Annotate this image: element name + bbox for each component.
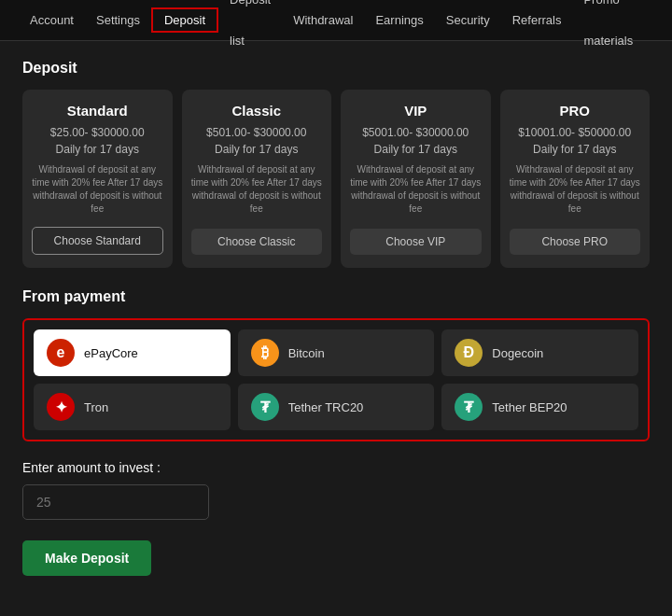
card-vip-title: VIP [404,103,427,119]
card-standard: Standard $25.00- $30000.00 Daily for 17 … [22,90,173,268]
amount-label: Enter amount to invest : [22,460,650,475]
card-standard-period: Daily for 17 days [56,143,139,156]
payment-epaycore[interactable]: e ePayCore [34,329,231,376]
tether-trc20-label: Tether TRC20 [288,400,364,414]
card-classic-period: Daily for 17 days [215,143,298,156]
tether-bep20-icon: ₮ [455,393,483,421]
card-classic-desc: Withdrawal of deposit at any time with 2… [191,163,323,217]
deposit-title: Deposit [22,60,650,77]
card-vip: VIP $5001.00- $30000.00 Daily for 17 day… [341,90,491,268]
bitcoin-label: Bitcoin [288,346,325,360]
nav-withdrawal[interactable]: Withdrawal [282,0,364,41]
choose-vip-button[interactable]: Choose VIP [350,229,482,255]
epaycore-icon: e [47,339,75,367]
card-pro-period: Daily for 17 days [533,143,616,156]
nav-deposit[interactable]: Deposit [151,7,218,33]
nav-earnings[interactable]: Earnings [364,0,434,41]
nav-security[interactable]: Security [435,0,501,41]
card-classic-title: Classic [231,103,281,119]
dogecoin-icon: Ð [455,339,483,367]
card-pro-range: $10001.00- $50000.00 [518,126,631,139]
amount-input[interactable] [22,484,209,520]
main-content: Deposit Standard $25.00- $30000.00 Daily… [0,41,672,595]
card-standard-range: $25.00- $30000.00 [50,126,145,139]
tron-label: Tron [84,400,108,414]
choose-standard-button[interactable]: Choose Standard [32,227,163,255]
bitcoin-icon: ₿ [251,339,279,367]
payment-tron[interactable]: ✦ Tron [34,384,231,430]
choose-pro-button[interactable]: Choose PRO [510,229,641,255]
nav-referrals[interactable]: Referrals [501,0,573,41]
card-standard-desc: Withdrawal of deposit at any time with 2… [32,163,163,216]
payment-title: From payment [22,288,650,305]
card-pro: PRO $10001.00- $50000.00 Daily for 17 da… [500,90,651,268]
tether-trc20-icon: ₮ [251,393,279,421]
epaycore-label: ePayCore [84,346,138,360]
payment-tether-trc20[interactable]: ₮ Tether TRC20 [238,384,435,430]
amount-section: Enter amount to invest : [22,460,650,520]
card-classic: Classic $501.00- $30000.00 Daily for 17 … [182,90,332,268]
payment-tether-bep20[interactable]: ₮ Tether BEP20 [441,384,638,430]
payment-dogecoin[interactable]: Ð Dogecoin [441,329,638,376]
nav-promo[interactable]: Promo materials [572,0,653,62]
card-pro-desc: Withdrawal of deposit at any time with 2… [510,163,641,217]
card-vip-desc: Withdrawal of deposit at any time with 2… [350,163,482,217]
card-vip-range: $5001.00- $30000.00 [362,126,469,139]
nav-account[interactable]: Account [19,0,85,41]
card-vip-period: Daily for 17 days [374,143,457,156]
main-nav: Account Settings Deposit Deposit list Wi… [0,0,672,41]
tron-icon: ✦ [47,393,75,421]
tether-bep20-label: Tether BEP20 [492,400,567,414]
deposit-cards: Standard $25.00- $30000.00 Daily for 17 … [22,90,650,268]
card-classic-range: $501.00- $30000.00 [206,126,306,139]
card-pro-title: PRO [559,103,590,119]
payment-section: From payment e ePayCore ₿ Bitcoin Ð Doge… [22,288,650,441]
make-deposit-button[interactable]: Make Deposit [22,540,151,576]
nav-settings[interactable]: Settings [85,0,151,41]
payment-grid: e ePayCore ₿ Bitcoin Ð Dogecoin ✦ Tron ₮… [22,318,650,441]
nav-deposit-list[interactable]: Deposit list [218,0,282,62]
choose-classic-button[interactable]: Choose Classic [191,229,323,255]
card-standard-title: Standard [67,103,128,119]
dogecoin-label: Dogecoin [492,346,543,360]
payment-bitcoin[interactable]: ₿ Bitcoin [238,329,435,376]
